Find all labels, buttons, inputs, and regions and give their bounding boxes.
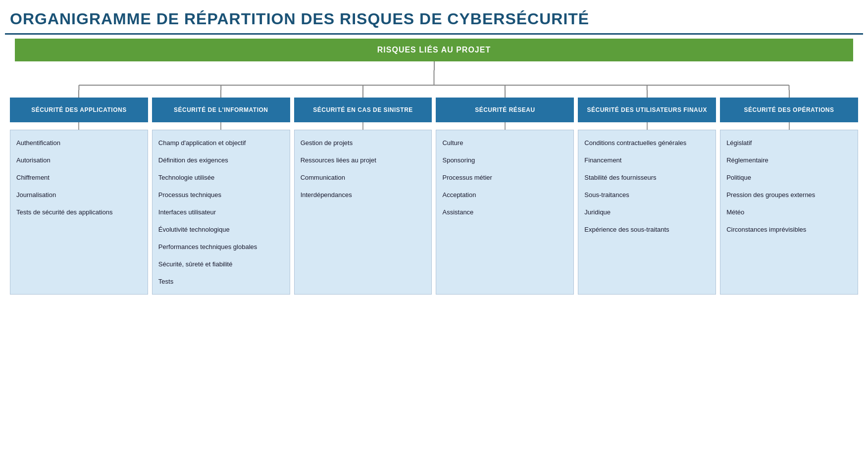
list-item: Réglementaire xyxy=(726,152,852,168)
column-header-col1: SÉCURITÉ DES APPLICATIONS xyxy=(10,98,148,122)
list-item: Conditions contractuelles générales xyxy=(584,135,710,151)
col-top-connector-col5 xyxy=(647,90,648,98)
column-col2: SÉCURITÉ DE L'INFORMATIONChamp d'applica… xyxy=(152,90,290,295)
list-item: Autorisation xyxy=(16,152,142,168)
col-top-connector-col6 xyxy=(789,90,790,98)
list-item: Tests xyxy=(158,274,284,289)
column-col3: SÉCURITÉ EN CAS DE SINISTREGestion de pr… xyxy=(294,90,432,295)
column-items-col3: Gestion de projetsRessources liées au pr… xyxy=(294,130,432,295)
col-top-connector-col1 xyxy=(78,90,79,98)
column-items-col4: CultureSponsoringProcessus métierAccepta… xyxy=(436,130,574,295)
root-node: RISQUES LIÉS AU PROJET xyxy=(15,39,853,61)
column-col5: SÉCURITÉ DES UTILISATEURS FINAUXConditio… xyxy=(578,90,716,295)
col-top-connector-col2 xyxy=(220,90,221,98)
list-item: Ressources liées au projet xyxy=(301,152,426,168)
list-item: Sous-traitances xyxy=(584,187,710,202)
list-item: Évolutivité technologique xyxy=(158,222,284,237)
column-items-col5: Conditions contractuelles généralesFinan… xyxy=(578,130,716,295)
column-items-col1: AuthentificationAutorisationChiffrementJ… xyxy=(10,130,148,295)
column-header-col3: SÉCURITÉ EN CAS DE SINISTRE xyxy=(294,98,432,122)
list-item: Météo xyxy=(726,204,852,220)
main-title: ORGANIGRAMME DE RÉPARTITION DES RISQUES … xyxy=(5,5,863,35)
list-item: Définition des exigences xyxy=(158,152,284,168)
list-item: Financement xyxy=(584,152,710,168)
list-item: Sécurité, sûreté et fiabilité xyxy=(158,256,284,272)
col-sub-connector-col1 xyxy=(78,122,79,130)
list-item: Interfaces utilisateur xyxy=(158,204,284,220)
list-item: Culture xyxy=(442,135,567,151)
col-sub-connector-col3 xyxy=(362,122,363,130)
column-header-col5: SÉCURITÉ DES UTILISATEURS FINAUX xyxy=(578,98,716,122)
list-item: Journalisation xyxy=(16,187,142,202)
list-item: Interdépendances xyxy=(301,187,426,202)
column-col4: SÉCURITÉ RÉSEAUCultureSponsoringProcessu… xyxy=(436,90,574,295)
column-items-col6: LégislatifRéglementairePolitiquePression… xyxy=(720,130,858,295)
col-sub-connector-col5 xyxy=(647,122,648,130)
column-items-col2: Champ d'application et objectifDéfinitio… xyxy=(152,130,290,295)
column-header-col4: SÉCURITÉ RÉSEAU xyxy=(436,98,574,122)
list-item: Tests de sécurité des applications xyxy=(16,204,142,220)
list-item: Performances techniques globales xyxy=(158,239,284,254)
list-item: Pression des groupes externes xyxy=(726,187,852,202)
list-item: Champ d'application et objectif xyxy=(158,135,284,151)
column-col6: SÉCURITÉ DES OPÉRATIONSLégislatifRégleme… xyxy=(720,90,858,295)
list-item: Circonstances imprévisibles xyxy=(726,222,852,237)
list-item: Acceptation xyxy=(442,187,567,202)
column-header-col6: SÉCURITÉ DES OPÉRATIONS xyxy=(720,98,858,122)
list-item: Processus métier xyxy=(442,170,567,185)
list-item: Politique xyxy=(726,170,852,185)
col-sub-connector-col2 xyxy=(220,122,221,130)
root-vertical-connector xyxy=(434,61,435,70)
list-item: Chiffrement xyxy=(16,170,142,185)
list-item: Juridique xyxy=(584,204,710,220)
list-item: Sponsoring xyxy=(442,152,567,168)
list-item: Expérience des sous-traitants xyxy=(584,222,710,237)
col-sub-connector-col6 xyxy=(789,122,790,130)
column-header-col2: SÉCURITÉ DE L'INFORMATION xyxy=(152,98,290,122)
list-item: Processus techniques xyxy=(158,187,284,202)
list-item: Assistance xyxy=(442,204,567,220)
list-item: Communication xyxy=(301,170,426,185)
col-top-connector-col3 xyxy=(362,90,363,98)
list-item: Législatif xyxy=(726,135,852,151)
list-item: Authentification xyxy=(16,135,142,151)
column-col1: SÉCURITÉ DES APPLICATIONSAuthentificatio… xyxy=(10,90,148,295)
col-top-connector-col4 xyxy=(505,90,506,98)
list-item: Gestion de projets xyxy=(301,135,426,151)
col-sub-connector-col4 xyxy=(505,122,506,130)
tree-connector-svg xyxy=(10,70,858,90)
list-item: Stabilité des fournisseurs xyxy=(584,170,710,185)
list-item: Technologie utilisée xyxy=(158,170,284,185)
